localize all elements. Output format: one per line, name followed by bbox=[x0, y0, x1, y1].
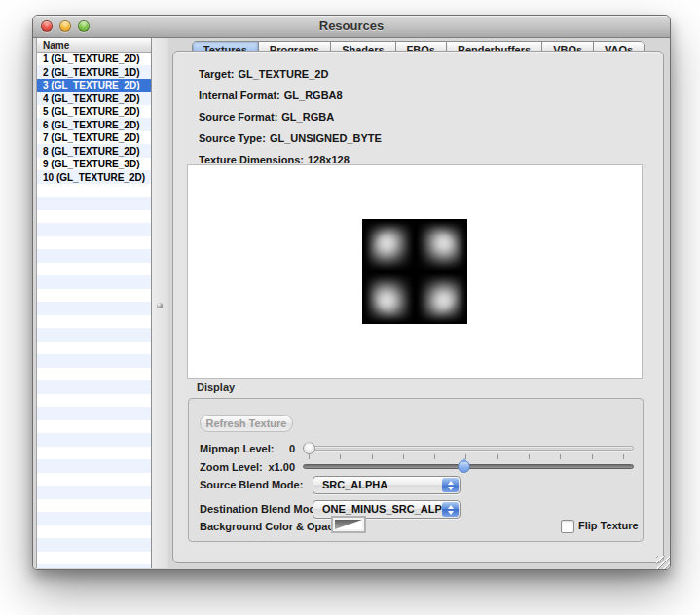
popup-arrows-icon bbox=[442, 478, 459, 492]
desktop: Resources Name 1 (GL_TEXTURE_2D) 2 (GL_T… bbox=[0, 0, 700, 615]
info-label: Source Type: bbox=[199, 132, 266, 144]
list-item[interactable]: 6 (GL_TEXTURE_2D) bbox=[37, 119, 151, 132]
list-item[interactable]: 10 (GL_TEXTURE_2D) bbox=[37, 171, 151, 185]
splitter-grip-icon[interactable] bbox=[157, 303, 163, 308]
info-value: GL_RGBA bbox=[281, 111, 334, 123]
resource-rows: 1 (GL_TEXTURE_2D) 2 (GL_TEXTURE_1D) 3 (G… bbox=[37, 53, 151, 568]
popup-arrows-icon bbox=[442, 502, 459, 517]
info-label: Internal Format: bbox=[199, 90, 280, 101]
list-item-label: 1 (GL_TEXTURE_2D) bbox=[43, 54, 139, 64]
list-item[interactable]: 1 (GL_TEXTURE_2D) bbox=[37, 53, 151, 66]
texture-info-line: Source Type:GL_UNSIGNED_BYTE bbox=[199, 132, 382, 154]
textures-panel: Target:GL_TEXTURE_2D Internal Format:GL_… bbox=[172, 51, 664, 563]
refresh-texture-button[interactable]: Refresh Texture bbox=[200, 415, 293, 432]
name-column-header[interactable]: Name bbox=[37, 38, 151, 53]
list-item-label: 8 (GL_TEXTURE_2D) bbox=[43, 146, 139, 157]
list-item-label: 10 (GL_TEXTURE_2D) bbox=[43, 172, 145, 183]
destination-blend-label: Destination Blend Mode: bbox=[200, 503, 325, 515]
source-blend-label: Source Blend Mode: bbox=[200, 479, 303, 490]
resource-list: Name 1 (GL_TEXTURE_2D) 2 (GL_TEXTURE_1D)… bbox=[36, 38, 152, 568]
texture-info-line: Target:GL_TEXTURE_2D bbox=[199, 68, 382, 90]
list-item[interactable]: 2 (GL_TEXTURE_1D) bbox=[37, 66, 151, 80]
titlebar[interactable]: Resources bbox=[33, 16, 670, 38]
source-blend-popup[interactable]: SRC_ALPHA bbox=[313, 476, 461, 494]
list-item-label: 7 (GL_TEXTURE_2D) bbox=[43, 132, 139, 143]
info-value: GL_UNSIGNED_BYTE bbox=[270, 132, 382, 144]
sidebar-splitter[interactable] bbox=[152, 38, 168, 568]
background-color-well[interactable] bbox=[331, 516, 366, 533]
list-item[interactable]: 4 (GL_TEXTURE_2D) bbox=[37, 92, 151, 106]
texture-image bbox=[362, 219, 467, 324]
resources-window: Resources Name 1 (GL_TEXTURE_2D) 2 (GL_T… bbox=[32, 15, 671, 570]
texture-preview-area bbox=[187, 164, 643, 379]
list-item[interactable]: 7 (GL_TEXTURE_2D) bbox=[37, 131, 151, 145]
info-value: GL_TEXTURE_2D bbox=[238, 68, 328, 80]
list-item-label: 2 (GL_TEXTURE_1D) bbox=[43, 67, 139, 78]
texture-info: Target:GL_TEXTURE_2D Internal Format:GL_… bbox=[199, 68, 382, 175]
list-item[interactable]: 5 (GL_TEXTURE_2D) bbox=[37, 105, 151, 119]
flip-texture-checkbox[interactable] bbox=[561, 520, 574, 533]
list-item-label: 6 (GL_TEXTURE_2D) bbox=[43, 120, 139, 130]
display-group: Refresh Texture Mipmap Level: 0 Zoom Lev… bbox=[188, 398, 644, 542]
resize-grip-icon[interactable] bbox=[656, 556, 670, 569]
texture-info-line: Internal Format:GL_RGBA8 bbox=[199, 90, 382, 111]
flip-texture-label: Flip Texture bbox=[578, 520, 639, 531]
zoom-slider-thumb[interactable] bbox=[458, 460, 470, 473]
mipmap-slider-track[interactable] bbox=[303, 446, 634, 451]
list-item[interactable]: 9 (GL_TEXTURE_3D) bbox=[37, 158, 151, 171]
info-value: GL_RGBA8 bbox=[284, 90, 343, 101]
color-opacity-swatch-icon bbox=[335, 520, 362, 529]
background-color-label: Background Color & Opacity: bbox=[200, 521, 350, 532]
source-blend-value: SRC_ALPHA bbox=[322, 477, 387, 493]
info-label: Source Format: bbox=[199, 111, 277, 123]
zoom-level-value: x1.00 bbox=[237, 461, 295, 473]
list-item-label: 9 (GL_TEXTURE_3D) bbox=[43, 159, 139, 169]
mipmap-slider-thumb[interactable] bbox=[303, 442, 315, 454]
display-group-label: Display bbox=[197, 381, 235, 393]
window-content: Name 1 (GL_TEXTURE_2D) 2 (GL_TEXTURE_1D)… bbox=[33, 38, 670, 569]
list-item-label: 3 (GL_TEXTURE_2D) bbox=[43, 80, 139, 90]
texture-info-line: Source Format:GL_RGBA bbox=[199, 111, 382, 132]
list-item[interactable]: 8 (GL_TEXTURE_2D) bbox=[37, 145, 151, 159]
list-item[interactable]: 3 (GL_TEXTURE_2D) bbox=[37, 79, 151, 92]
info-label: Target: bbox=[199, 68, 234, 80]
window-title: Resources bbox=[33, 18, 670, 33]
list-item-label: 5 (GL_TEXTURE_2D) bbox=[43, 106, 139, 117]
list-item-label: 4 (GL_TEXTURE_2D) bbox=[43, 93, 139, 104]
mipmap-level-value: 0 bbox=[262, 443, 295, 454]
